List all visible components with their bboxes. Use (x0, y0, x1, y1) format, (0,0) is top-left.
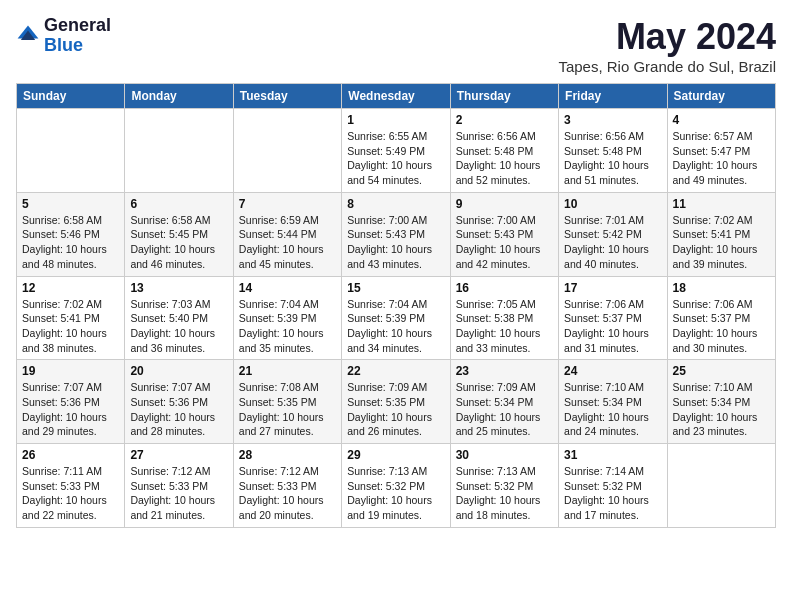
day-number: 31 (564, 448, 661, 462)
day-info: Sunrise: 7:04 AMSunset: 5:39 PMDaylight:… (239, 297, 336, 356)
day-number: 10 (564, 197, 661, 211)
day-number: 14 (239, 281, 336, 295)
day-info: Sunrise: 6:59 AMSunset: 5:44 PMDaylight:… (239, 213, 336, 272)
calendar-cell-w1-d6: 3Sunrise: 6:56 AMSunset: 5:48 PMDaylight… (559, 109, 667, 193)
day-number: 26 (22, 448, 119, 462)
day-info: Sunrise: 7:10 AMSunset: 5:34 PMDaylight:… (673, 380, 770, 439)
day-number: 6 (130, 197, 227, 211)
day-info: Sunrise: 7:12 AMSunset: 5:33 PMDaylight:… (130, 464, 227, 523)
location-title: Tapes, Rio Grande do Sul, Brazil (558, 58, 776, 75)
logo: General Blue (16, 16, 111, 56)
header-saturday: Saturday (667, 84, 775, 109)
day-number: 19 (22, 364, 119, 378)
day-number: 12 (22, 281, 119, 295)
calendar-cell-w5-d1: 26Sunrise: 7:11 AMSunset: 5:33 PMDayligh… (17, 444, 125, 528)
calendar-cell-w1-d4: 1Sunrise: 6:55 AMSunset: 5:49 PMDaylight… (342, 109, 450, 193)
calendar-cell-w2-d1: 5Sunrise: 6:58 AMSunset: 5:46 PMDaylight… (17, 192, 125, 276)
day-info: Sunrise: 7:10 AMSunset: 5:34 PMDaylight:… (564, 380, 661, 439)
calendar-cell-w3-d1: 12Sunrise: 7:02 AMSunset: 5:41 PMDayligh… (17, 276, 125, 360)
day-info: Sunrise: 7:11 AMSunset: 5:33 PMDaylight:… (22, 464, 119, 523)
header-monday: Monday (125, 84, 233, 109)
calendar-cell-w4-d3: 21Sunrise: 7:08 AMSunset: 5:35 PMDayligh… (233, 360, 341, 444)
day-info: Sunrise: 7:14 AMSunset: 5:32 PMDaylight:… (564, 464, 661, 523)
day-number: 21 (239, 364, 336, 378)
calendar-cell-w4-d2: 20Sunrise: 7:07 AMSunset: 5:36 PMDayligh… (125, 360, 233, 444)
day-number: 30 (456, 448, 553, 462)
day-number: 13 (130, 281, 227, 295)
day-number: 20 (130, 364, 227, 378)
day-info: Sunrise: 7:09 AMSunset: 5:35 PMDaylight:… (347, 380, 444, 439)
calendar-cell-w3-d7: 18Sunrise: 7:06 AMSunset: 5:37 PMDayligh… (667, 276, 775, 360)
day-number: 15 (347, 281, 444, 295)
calendar-cell-w3-d3: 14Sunrise: 7:04 AMSunset: 5:39 PMDayligh… (233, 276, 341, 360)
day-info: Sunrise: 7:00 AMSunset: 5:43 PMDaylight:… (347, 213, 444, 272)
calendar-cell-w4-d1: 19Sunrise: 7:07 AMSunset: 5:36 PMDayligh… (17, 360, 125, 444)
calendar-cell-w1-d7: 4Sunrise: 6:57 AMSunset: 5:47 PMDaylight… (667, 109, 775, 193)
logo-general: General (44, 15, 111, 35)
calendar-cell-w3-d4: 15Sunrise: 7:04 AMSunset: 5:39 PMDayligh… (342, 276, 450, 360)
day-number: 23 (456, 364, 553, 378)
header-thursday: Thursday (450, 84, 558, 109)
calendar-cell-w4-d5: 23Sunrise: 7:09 AMSunset: 5:34 PMDayligh… (450, 360, 558, 444)
day-number: 2 (456, 113, 553, 127)
day-number: 1 (347, 113, 444, 127)
header-sunday: Sunday (17, 84, 125, 109)
day-info: Sunrise: 6:57 AMSunset: 5:47 PMDaylight:… (673, 129, 770, 188)
day-info: Sunrise: 6:55 AMSunset: 5:49 PMDaylight:… (347, 129, 444, 188)
logo-text: General Blue (44, 16, 111, 56)
title-area: May 2024 Tapes, Rio Grande do Sul, Brazi… (558, 16, 776, 75)
day-number: 24 (564, 364, 661, 378)
calendar-week-2: 5Sunrise: 6:58 AMSunset: 5:46 PMDaylight… (17, 192, 776, 276)
calendar-cell-w2-d3: 7Sunrise: 6:59 AMSunset: 5:44 PMDaylight… (233, 192, 341, 276)
calendar-cell-w3-d5: 16Sunrise: 7:05 AMSunset: 5:38 PMDayligh… (450, 276, 558, 360)
calendar-cell-w3-d6: 17Sunrise: 7:06 AMSunset: 5:37 PMDayligh… (559, 276, 667, 360)
day-number: 16 (456, 281, 553, 295)
calendar-cell-w4-d6: 24Sunrise: 7:10 AMSunset: 5:34 PMDayligh… (559, 360, 667, 444)
day-info: Sunrise: 7:03 AMSunset: 5:40 PMDaylight:… (130, 297, 227, 356)
calendar-cell-w5-d7 (667, 444, 775, 528)
day-number: 4 (673, 113, 770, 127)
calendar-cell-w1-d2 (125, 109, 233, 193)
day-number: 28 (239, 448, 336, 462)
day-number: 9 (456, 197, 553, 211)
day-info: Sunrise: 6:58 AMSunset: 5:46 PMDaylight:… (22, 213, 119, 272)
calendar-cell-w5-d3: 28Sunrise: 7:12 AMSunset: 5:33 PMDayligh… (233, 444, 341, 528)
header-friday: Friday (559, 84, 667, 109)
calendar-cell-w2-d2: 6Sunrise: 6:58 AMSunset: 5:45 PMDaylight… (125, 192, 233, 276)
header-tuesday: Tuesday (233, 84, 341, 109)
calendar-cell-w1-d3 (233, 109, 341, 193)
day-info: Sunrise: 7:13 AMSunset: 5:32 PMDaylight:… (456, 464, 553, 523)
calendar-cell-w5-d2: 27Sunrise: 7:12 AMSunset: 5:33 PMDayligh… (125, 444, 233, 528)
calendar-header-row: Sunday Monday Tuesday Wednesday Thursday… (17, 84, 776, 109)
day-number: 3 (564, 113, 661, 127)
day-info: Sunrise: 7:08 AMSunset: 5:35 PMDaylight:… (239, 380, 336, 439)
calendar-cell-w3-d2: 13Sunrise: 7:03 AMSunset: 5:40 PMDayligh… (125, 276, 233, 360)
calendar-cell-w5-d4: 29Sunrise: 7:13 AMSunset: 5:32 PMDayligh… (342, 444, 450, 528)
day-number: 25 (673, 364, 770, 378)
calendar-week-5: 26Sunrise: 7:11 AMSunset: 5:33 PMDayligh… (17, 444, 776, 528)
calendar-cell-w4-d4: 22Sunrise: 7:09 AMSunset: 5:35 PMDayligh… (342, 360, 450, 444)
day-info: Sunrise: 7:12 AMSunset: 5:33 PMDaylight:… (239, 464, 336, 523)
calendar-week-4: 19Sunrise: 7:07 AMSunset: 5:36 PMDayligh… (17, 360, 776, 444)
calendar-cell-w4-d7: 25Sunrise: 7:10 AMSunset: 5:34 PMDayligh… (667, 360, 775, 444)
calendar-table: Sunday Monday Tuesday Wednesday Thursday… (16, 83, 776, 528)
month-title: May 2024 (558, 16, 776, 58)
calendar-cell-w5-d6: 31Sunrise: 7:14 AMSunset: 5:32 PMDayligh… (559, 444, 667, 528)
logo-blue: Blue (44, 35, 83, 55)
day-info: Sunrise: 7:13 AMSunset: 5:32 PMDaylight:… (347, 464, 444, 523)
day-info: Sunrise: 7:02 AMSunset: 5:41 PMDaylight:… (22, 297, 119, 356)
day-info: Sunrise: 6:56 AMSunset: 5:48 PMDaylight:… (564, 129, 661, 188)
day-info: Sunrise: 7:00 AMSunset: 5:43 PMDaylight:… (456, 213, 553, 272)
day-info: Sunrise: 6:56 AMSunset: 5:48 PMDaylight:… (456, 129, 553, 188)
calendar-cell-w1-d1 (17, 109, 125, 193)
day-info: Sunrise: 7:07 AMSunset: 5:36 PMDaylight:… (22, 380, 119, 439)
logo-icon (16, 24, 40, 48)
day-number: 8 (347, 197, 444, 211)
day-number: 18 (673, 281, 770, 295)
header-wednesday: Wednesday (342, 84, 450, 109)
day-info: Sunrise: 7:01 AMSunset: 5:42 PMDaylight:… (564, 213, 661, 272)
calendar-cell-w5-d5: 30Sunrise: 7:13 AMSunset: 5:32 PMDayligh… (450, 444, 558, 528)
calendar-week-3: 12Sunrise: 7:02 AMSunset: 5:41 PMDayligh… (17, 276, 776, 360)
day-number: 29 (347, 448, 444, 462)
day-info: Sunrise: 7:09 AMSunset: 5:34 PMDaylight:… (456, 380, 553, 439)
